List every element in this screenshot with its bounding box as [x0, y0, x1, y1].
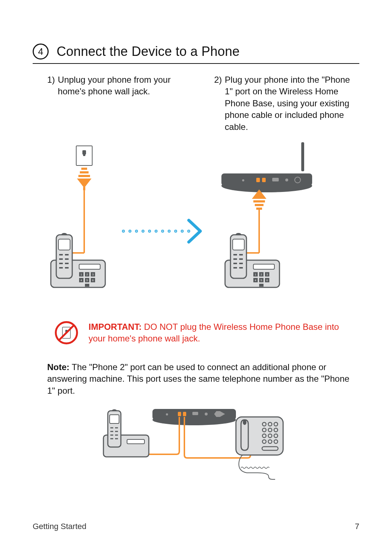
svg-rect-7	[83, 187, 85, 191]
svg-point-36	[123, 231, 124, 232]
svg-rect-2	[83, 154, 85, 156]
step-number-badge: 4	[33, 44, 49, 60]
svg-text:3: 3	[266, 273, 268, 276]
svg-text:2: 2	[86, 273, 88, 276]
svg-rect-22	[79, 264, 100, 269]
svg-point-50	[242, 179, 244, 181]
svg-point-43	[169, 231, 170, 232]
svg-point-45	[182, 231, 183, 232]
svg-text:4: 4	[255, 279, 256, 282]
svg-rect-80	[259, 284, 264, 287]
svg-rect-5	[78, 175, 90, 177]
page-footer: Getting Started 7	[33, 522, 359, 531]
svg-text:1: 1	[81, 273, 82, 276]
svg-rect-96	[192, 412, 198, 415]
step2-number: 2)	[214, 74, 222, 133]
svg-point-42	[162, 231, 163, 232]
prohibit-wall-jack-icon	[54, 316, 78, 349]
note-text: Note: The "Phone 2" port can be used to …	[47, 361, 359, 397]
footer-section: Getting Started	[33, 522, 86, 531]
svg-point-37	[130, 231, 130, 232]
svg-point-93	[166, 413, 168, 415]
flow-arrow-icon	[123, 220, 200, 242]
svg-rect-13	[58, 239, 70, 250]
important-text: IMPORTANT: DO NOT plug the Wireless Home…	[89, 321, 356, 345]
svg-point-41	[156, 231, 156, 232]
svg-rect-29	[85, 284, 89, 287]
heading-text: Connect the Device to a Phone	[57, 44, 240, 59]
svg-point-40	[149, 231, 150, 232]
diagram-unplug-plug: 123 456	[33, 142, 359, 306]
diagram-two-phones	[33, 406, 359, 487]
svg-rect-94	[178, 412, 181, 416]
heading-divider	[33, 63, 359, 64]
svg-rect-57	[255, 204, 264, 206]
svg-rect-111	[127, 439, 144, 444]
important-callout: IMPORTANT: DO NOT plug the Wireless Home…	[54, 316, 356, 349]
svg-rect-51	[256, 178, 260, 182]
svg-rect-58	[256, 208, 262, 210]
svg-rect-3	[81, 168, 87, 170]
svg-point-97	[205, 413, 208, 415]
svg-text:3: 3	[92, 273, 94, 276]
instruction-step-1: 1) Unplug your phone from your home's ph…	[47, 74, 192, 133]
svg-point-38	[136, 231, 137, 232]
svg-point-46	[188, 231, 189, 232]
svg-text:6: 6	[92, 279, 94, 282]
step-number: 4	[38, 46, 43, 57]
svg-rect-47	[301, 142, 304, 171]
svg-rect-73	[253, 264, 274, 269]
step1-text: Unplug your phone from your home's phone…	[58, 74, 192, 133]
svg-rect-56	[253, 200, 265, 202]
svg-text:1: 1	[255, 273, 256, 276]
svg-point-92	[152, 414, 236, 425]
note-body: The "Phone 2" port can be used to connec…	[47, 362, 350, 396]
svg-text:2: 2	[261, 273, 262, 276]
important-label: IMPORTANT:	[89, 322, 142, 332]
note-label: Note:	[47, 362, 69, 372]
svg-point-113	[243, 420, 246, 425]
instructions: 1) Unplug your phone from your home's ph…	[47, 74, 359, 133]
svg-point-44	[175, 231, 176, 232]
svg-point-54	[285, 179, 288, 181]
svg-rect-49	[221, 173, 312, 186]
instruction-step-2: 2) Plug your phone into the "Phone 1" po…	[214, 74, 359, 133]
step2-text: Plug your phone into the "Phone 1" port …	[225, 74, 359, 133]
svg-rect-4	[80, 171, 89, 173]
svg-rect-95	[183, 412, 186, 416]
step1-number: 1)	[47, 74, 55, 133]
svg-rect-102	[110, 415, 119, 423]
svg-point-39	[143, 231, 143, 232]
svg-rect-53	[272, 178, 279, 181]
svg-text:5: 5	[261, 279, 262, 282]
section-heading: 4 Connect the Device to a Phone	[33, 44, 359, 60]
footer-page-number: 7	[355, 522, 359, 531]
svg-text:5: 5	[86, 279, 88, 282]
svg-text:4: 4	[81, 279, 82, 282]
svg-rect-52	[262, 178, 266, 182]
svg-rect-64	[233, 239, 244, 250]
svg-text:6: 6	[266, 279, 268, 282]
